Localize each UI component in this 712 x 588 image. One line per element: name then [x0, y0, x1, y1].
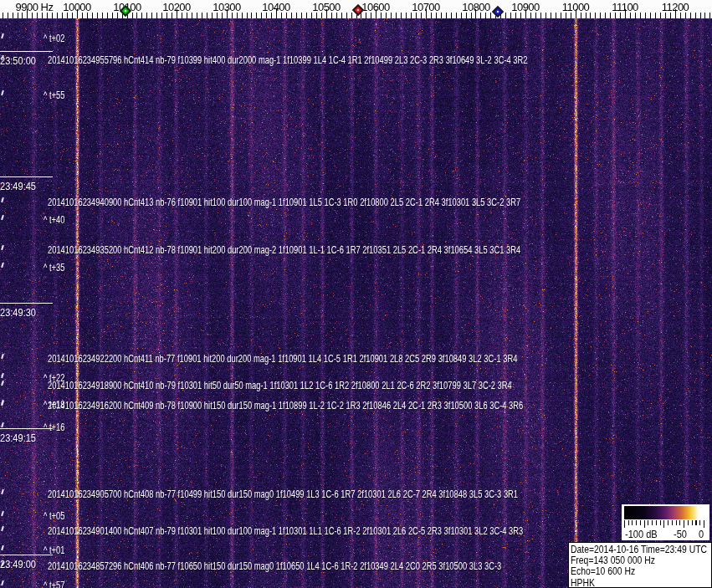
db-gradient-bar: [624, 506, 704, 519]
event-time-marker: ^ t+40: [44, 213, 64, 226]
frequency-tick-label: 10500: [312, 1, 341, 13]
event-time-marker: ^ t+02: [44, 32, 64, 44]
left-edge-tick: [1, 90, 4, 95]
marker-center-dot: [357, 9, 360, 12]
time-axis-label-text: 23:49:15: [0, 432, 36, 444]
time-axis-label: 23:49:00: [0, 555, 53, 571]
echo-data-line: 20141016234901400 hCnt407 nb-79 f10301 h…: [48, 524, 523, 537]
time-axis-label: 23:50:00: [0, 51, 53, 68]
db-label-max: 0: [699, 528, 704, 540]
info-station-code: HPHK: [571, 577, 683, 588]
left-edge-tick: [1, 33, 4, 38]
echo-data-line: 20141016234935200 hCnt412 nb-78 f10901 h…: [48, 243, 520, 256]
event-time-marker: ^ t+22: [44, 371, 64, 384]
db-label-min: -100 dB: [625, 528, 658, 540]
frequency-tick-label: 10600: [361, 1, 390, 13]
event-time-marker: ^ t+05: [44, 509, 64, 522]
marker-center-dot: [125, 10, 127, 13]
left-edge-tick: [1, 215, 4, 220]
time-axis-label-text: 23:49:45: [0, 180, 36, 192]
left-edge-tick: [1, 526, 4, 531]
waterfall-annotations: 20141016234955796 hCnt414 nb-79 f10399 h…: [0, 0, 712, 588]
time-axis-label-text: 23:49:30: [0, 306, 36, 319]
db-color-scale: -100 dB -50 0: [622, 504, 709, 540]
echo-data-line: 20141016234940900 hCnt413 nb-76 f10901 h…: [48, 196, 520, 208]
frequency-tick-label: 11100: [612, 1, 638, 13]
left-edge-tick: [1, 489, 4, 494]
echo-data-line: 20141016234905700 hCnt408 nb-77 f10499 h…: [48, 488, 518, 500]
left-edge-tick: [1, 511, 4, 516]
marker-center-dot: [497, 11, 499, 13]
left-edge-tick: [1, 422, 4, 427]
echo-data-line: 20141016234916200 hCnt409 nb-78 f10900 h…: [48, 399, 523, 412]
time-axis-label: 23:49:15: [0, 428, 53, 445]
time-axis-label: 23:49:45: [0, 176, 53, 193]
meteor-echo-spectrogram-window: 9900 Hz100001010010200103001040010500106…: [0, 0, 712, 588]
frequency-tick-label: 10200: [162, 1, 191, 13]
time-axis-label-text: 23:49:00: [0, 558, 36, 570]
frequency-tick-label: 11000: [562, 1, 590, 13]
status-info-box: Date=2014-10-16 Time=23:49 UTC Freq=143 …: [568, 542, 712, 588]
event-time-marker: ^ t+55: [44, 89, 64, 101]
echo-data-line: 20141016234918900 hCnt410 nb-79 f10301 h…: [48, 379, 512, 391]
db-label-mid: -50: [674, 528, 687, 540]
time-axis-label: 23:49:30: [0, 303, 53, 320]
frequency-tick-label: 9900 Hz: [16, 1, 54, 13]
left-edge-tick: [1, 263, 4, 268]
event-time-marker: ^ t+57: [44, 579, 64, 588]
frequency-tick-label: 10700: [412, 1, 440, 13]
left-edge-tick: [1, 197, 4, 202]
time-axis-label-text: 23:50:00: [0, 54, 36, 67]
left-edge-tick: [1, 373, 4, 378]
frequency-tick-label: 11200: [662, 1, 689, 13]
left-edge-tick: [1, 381, 4, 386]
db-scale-major-ticks: [624, 520, 705, 528]
echo-data-line: 20141016234922200 hCnt411 nb-77 f10901 h…: [48, 352, 517, 365]
frequency-tick-label: 10900: [511, 1, 540, 13]
frequency-tick-label: 10000: [63, 1, 91, 13]
left-edge-tick: [1, 354, 4, 359]
echo-data-line: 20141016234955796 hCnt414 nb-79 f10399 h…: [48, 54, 527, 66]
echo-data-line: 20141016234857296 hCnt406 nb-77 f10650 h…: [48, 560, 501, 572]
frequency-tick-label: 10800: [462, 1, 490, 13]
frequency-tick-label: 10400: [262, 1, 290, 13]
left-edge-tick: [1, 245, 4, 250]
event-time-marker: ^ t+35: [44, 261, 64, 274]
frequency-tick-label: 10300: [213, 1, 241, 13]
left-edge-tick: [1, 580, 4, 585]
event-time-marker: ^ t+18: [44, 398, 64, 411]
left-edge-tick: [1, 545, 4, 550]
frequency-ruler: 9900 Hz100001010010200103001040010500106…: [0, 0, 712, 18]
